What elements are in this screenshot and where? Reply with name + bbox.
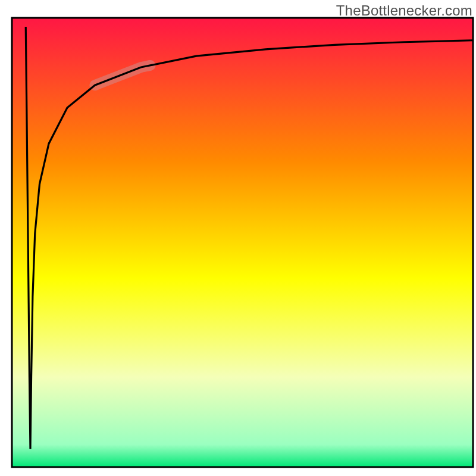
- bottleneck-chart: [0, 0, 476, 476]
- plot-background: [12, 18, 473, 467]
- watermark-label: TheBottlenecker.com: [336, 2, 472, 19]
- chart-frame: TheBottlenecker.com: [0, 0, 476, 476]
